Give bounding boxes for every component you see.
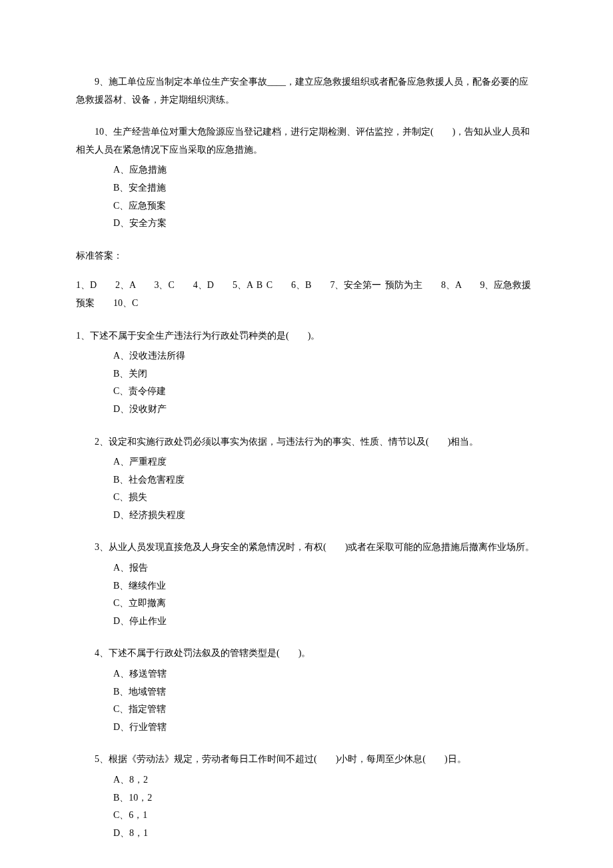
b-question-2: 2、设定和实施行政处罚必须以事实为依据，与违法行为的事实、性质、情节以及( )相… (76, 433, 537, 451)
b-question-4-option-a: A、移送管辖 (76, 665, 537, 683)
b-question-4-option-c: C、指定管辖 (76, 701, 537, 719)
b-question-2-option-c: C、损失 (76, 489, 537, 507)
question-10-option-d: D、安全方案 (76, 215, 537, 233)
b-question-2-option-a: A、严重程度 (76, 453, 537, 471)
b-question-5: 5、根据《劳动法》规定，劳动者每日工作时间不超过( )小时，每周至少休息( )日… (76, 751, 537, 769)
b-question-4-option-d: D、行业管辖 (76, 719, 537, 737)
answer-key: 1、D 2、A 3、C 4、D 5、A B C 6、B 7、安全第一 预防为主 … (76, 277, 537, 312)
b-question-3-option-b: B、继续作业 (76, 577, 537, 595)
b-question-4-option-b: B、地域管辖 (76, 683, 537, 701)
b-question-4: 4、下述不属于行政处罚法叙及的管辖类型是( )。 (76, 645, 537, 663)
b-question-1-option-c: C、责令停建 (76, 383, 537, 401)
b-question-3-option-c: C、立即撤离 (76, 595, 537, 613)
b-question-2-option-d: D、经济损失程度 (76, 507, 537, 525)
b-question-1-option-a: A、没收违法所得 (76, 347, 537, 365)
b-question-2-option-b: B、社会危害程度 (76, 471, 537, 489)
b-question-3-option-d: D、停止作业 (76, 613, 537, 631)
b-question-5-option-d: D、8，1 (76, 825, 537, 843)
b-question-3: 3、从业人员发现直接危及人身安全的紧急情况时，有权( )或者在采取可能的应急措施… (76, 539, 537, 557)
b-question-1: 1、下述不属于安全生产违法行为行政处罚种类的是( )。 (76, 327, 537, 345)
b-question-1-option-d: D、没收财产 (76, 401, 537, 419)
b-question-5-option-b: B、10，2 (76, 789, 537, 807)
question-10-option-c: C、应急预案 (76, 197, 537, 215)
question-10-option-a: A、应急措施 (76, 161, 537, 179)
question-10: 10、生产经营单位对重大危险源应当登记建档，进行定期检测、评估监控，并制定( )… (76, 123, 537, 159)
answer-key-label: 标准答案： (76, 247, 537, 265)
b-question-1-option-b: B、关闭 (76, 365, 537, 383)
b-question-3-option-a: A、报告 (76, 559, 537, 577)
question-10-option-b: B、安全措施 (76, 179, 537, 197)
b-question-5-option-a: A、8，2 (76, 771, 537, 789)
question-9: 9、施工单位应当制定本单位生产安全事故____，建立应急救援组织或者配备应急救援… (76, 73, 537, 109)
b-question-5-option-c: C、6，1 (76, 807, 537, 825)
